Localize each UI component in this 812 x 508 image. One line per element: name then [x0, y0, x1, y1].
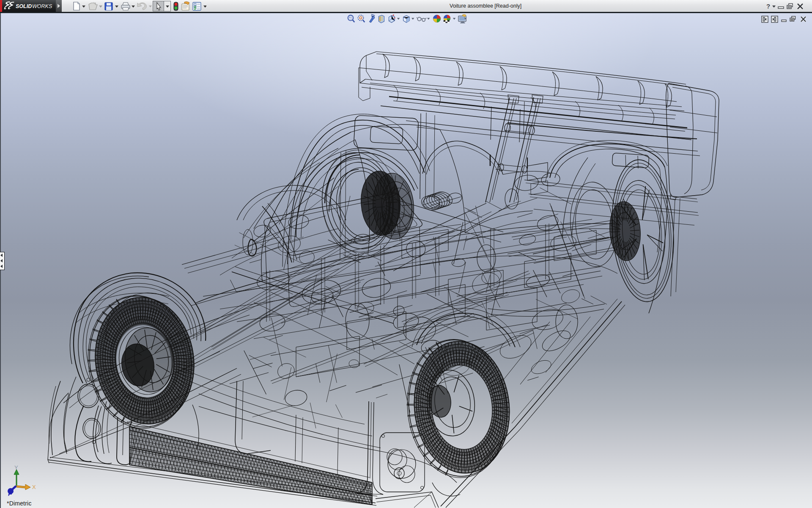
svg-text:?: ?	[766, 3, 770, 10]
svg-text:X: X	[32, 484, 36, 490]
svg-text:WORKS: WORKS	[32, 3, 52, 9]
svg-text:SOLID: SOLID	[16, 3, 32, 9]
